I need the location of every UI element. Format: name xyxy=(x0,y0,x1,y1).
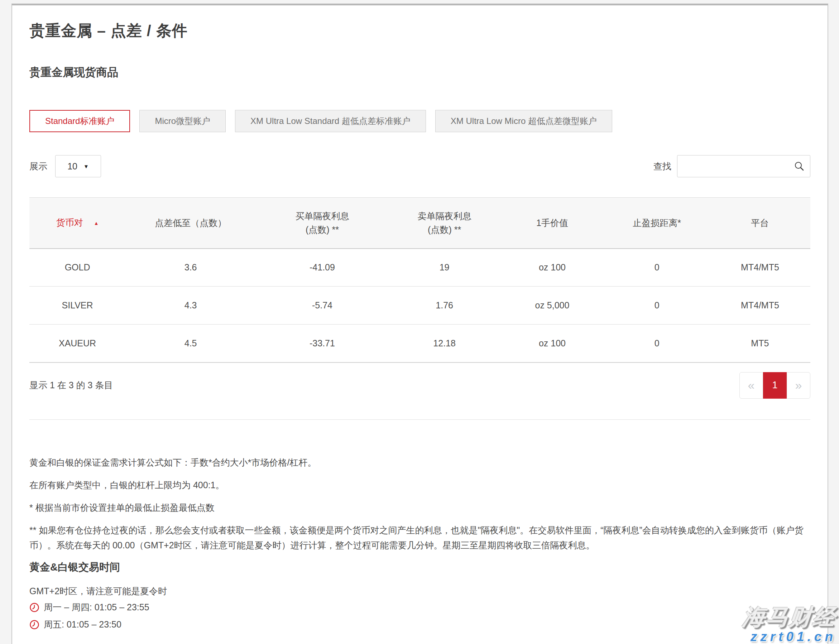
pagination-page-1-button[interactable]: 1 xyxy=(763,372,787,399)
table-row: GOLD 3.6 -41.09 19 oz 100 0 MT4/MT5 xyxy=(30,248,810,286)
column-header-spread[interactable]: 点差低至（点数） xyxy=(125,198,256,248)
pagination-next-button[interactable]: » xyxy=(787,372,810,399)
trading-hours-friday: 周五: 01:05 – 23:50 xyxy=(30,618,810,631)
column-header-swap-long[interactable]: 买单隔夜利息(点数) ** xyxy=(256,198,389,248)
cell-swap-long: -41.09 xyxy=(256,248,389,286)
cell-swap-long: -5.74 xyxy=(256,286,389,325)
watermark: 海马财经 zzrt01.cn xyxy=(743,605,836,644)
content-panel: 贵重金属 – 点差 / 条件 贵重金属现货商品 Standard标准账户 Mic… xyxy=(12,3,828,644)
pagination: « 1 » xyxy=(739,372,810,399)
cell-platform: MT5 xyxy=(710,325,810,363)
cell-spread: 4.5 xyxy=(125,325,256,363)
note-margin-formula: 黄金和白银的保证金需求计算公式如下：手数*合约大小*市场价格/杠杆。 xyxy=(30,455,810,470)
note-swap-explanation: ** 如果您有仓位持仓过夜的话，那么您会支付或者获取一些金额，该金额便是两个货币… xyxy=(30,522,810,553)
show-label: 展示 xyxy=(30,161,47,172)
clock-icon xyxy=(30,619,39,630)
watermark-brand: 海马财经 xyxy=(742,605,837,629)
cell-platform: MT4/MT5 xyxy=(710,286,810,325)
trading-hours-friday-label: 周五: 01:05 – 23:50 xyxy=(44,619,122,630)
entries-summary: 显示 1 在 3 的 3 条目 xyxy=(30,379,113,391)
table-controls: 展示 10 ▼ 查找 xyxy=(30,155,810,177)
trading-hours-weekdays-label: 周一 – 周四: 01:05 – 23:55 xyxy=(44,601,150,613)
account-type-tabs: Standard标准账户 Micro微型账户 XM Ultra Low Stan… xyxy=(30,110,810,132)
chevron-down-icon: ▼ xyxy=(84,164,89,169)
page-title: 贵重金属 – 点差 / 条件 xyxy=(30,20,810,41)
tab-micro-account[interactable]: Micro微型账户 xyxy=(139,110,226,132)
spreads-table: 货币对▲ 点差低至（点数） 买单隔夜利息(点数) ** 卖单隔夜利息(点数) *… xyxy=(30,197,810,363)
table-footer: 显示 1 在 3 的 3 条目 « 1 » xyxy=(30,372,810,399)
timezone-note: GMT+2时区，请注意可能是夏令时 xyxy=(30,585,810,597)
cell-pair: SILVER xyxy=(30,286,125,325)
cell-swap-short: 19 xyxy=(389,248,500,286)
table-header-row: 货币对▲ 点差低至（点数） 买单隔夜利息(点数) ** 卖单隔夜利息(点数) *… xyxy=(30,198,810,248)
column-header-pair-label: 货币对 xyxy=(56,217,83,227)
section-subtitle: 贵重金属现货商品 xyxy=(30,65,810,80)
cell-spread: 3.6 xyxy=(125,248,256,286)
column-header-swap-short[interactable]: 卖单隔夜利息(点数) ** xyxy=(389,198,500,248)
cell-swap-short: 1.76 xyxy=(389,286,500,325)
search-control: 查找 xyxy=(653,155,810,177)
tab-ultra-low-micro-account[interactable]: XM Ultra Low Micro 超低点差微型账户 xyxy=(435,110,612,132)
watermark-site: zzrt01.cn xyxy=(743,630,836,644)
cell-swap-long: -33.71 xyxy=(256,325,389,363)
cell-pair: XAUEUR xyxy=(30,325,125,363)
cell-stop-distance: 0 xyxy=(604,325,709,363)
page-size-control: 展示 10 ▼ xyxy=(30,155,101,177)
cell-spread: 4.3 xyxy=(125,286,256,325)
note-stop-level: * 根据当前市价设置挂单的最低止损盈最低点数 xyxy=(30,500,810,515)
cell-pair: GOLD xyxy=(30,248,125,286)
cell-stop-distance: 0 xyxy=(604,248,709,286)
footnotes: 黄金和白银的保证金需求计算公式如下：手数*合约大小*市场价格/杠杆。 在所有账户… xyxy=(30,455,810,553)
search-label: 查找 xyxy=(653,161,671,172)
cell-swap-short: 12.18 xyxy=(389,325,500,363)
search-input[interactable] xyxy=(678,156,810,177)
search-box xyxy=(677,155,810,177)
column-header-platform[interactable]: 平台 xyxy=(710,198,810,248)
cell-lot-value: oz 100 xyxy=(500,248,604,286)
cell-stop-distance: 0 xyxy=(604,286,709,325)
search-icon xyxy=(793,161,805,172)
cell-lot-value: oz 5,000 xyxy=(500,286,604,325)
trading-hours-weekdays: 周一 – 周四: 01:05 – 23:55 xyxy=(30,601,810,614)
page-size-select[interactable]: 10 ▼ xyxy=(55,155,101,177)
clock-icon xyxy=(30,603,39,613)
section-divider xyxy=(30,419,810,420)
trading-hours-heading: 黄金&白银交易时间 xyxy=(30,560,810,575)
table-row: SILVER 4.3 -5.74 1.76 oz 5,000 0 MT4/MT5 xyxy=(30,286,810,325)
sort-asc-icon: ▲ xyxy=(94,220,99,226)
tab-standard-account[interactable]: Standard标准账户 xyxy=(30,110,130,132)
note-silver-leverage: 在所有账户类型中，白银的杠杆上限均为 400:1。 xyxy=(30,478,810,493)
cell-platform: MT4/MT5 xyxy=(710,248,810,286)
column-header-lot-value[interactable]: 1手价值 xyxy=(500,198,604,248)
table-row: XAUEUR 4.5 -33.71 12.18 oz 100 0 MT5 xyxy=(30,325,810,363)
pagination-prev-button[interactable]: « xyxy=(739,372,763,399)
cell-lot-value: oz 100 xyxy=(500,325,604,363)
column-header-pair[interactable]: 货币对▲ xyxy=(30,198,125,248)
tab-ultra-low-standard-account[interactable]: XM Ultra Low Standard 超低点差标准账户 xyxy=(235,110,426,132)
column-header-stop-distance[interactable]: 止盈损距离* xyxy=(604,198,709,248)
page-size-value: 10 xyxy=(67,161,77,172)
